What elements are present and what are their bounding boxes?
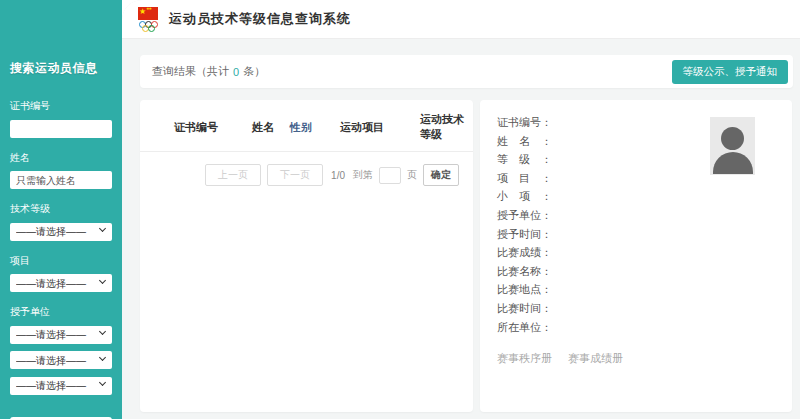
search-sidebar: 搜索运动员信息 证书编号 姓名 技术等级 ——请选择—— 项目 ——请选择—— …	[0, 0, 122, 419]
avatar	[710, 117, 755, 175]
detail-award-time: 授予时间：	[497, 225, 792, 244]
main-panel: ★ ★★ 运动员技术等级信息查询系统 查询结果（共计 0 条） 等级公示、授予通…	[122, 0, 800, 419]
grade-label: 技术等级	[10, 202, 112, 216]
detail-award-unit: 授予单位：	[497, 206, 792, 225]
page-unit-label: 页	[407, 168, 417, 182]
name-group: 姓名	[10, 151, 112, 190]
detail-competition-name: 比赛名称：	[497, 262, 792, 281]
project-label: 项目	[10, 254, 112, 268]
cert-number-input[interactable]	[10, 120, 112, 138]
goto-page-input[interactable]	[379, 167, 401, 184]
award-unit-label: 授予单位	[10, 305, 112, 319]
grade-select[interactable]: ——请选择——	[10, 223, 112, 241]
award-unit-group: 授予单位 ——请选择—— ——请选择—— ——请选择——	[10, 305, 112, 395]
next-page-button[interactable]: 下一页	[267, 164, 323, 186]
award-unit-select-1[interactable]: ——请选择——	[10, 326, 112, 344]
page-indicator: 1/0	[331, 170, 345, 181]
event-schedule-book-link[interactable]: 赛事秩序册	[497, 351, 552, 366]
event-book-links: 赛事秩序册 赛事成绩册	[497, 351, 792, 366]
project-select[interactable]: ——请选择——	[10, 274, 112, 292]
results-summary-bar: 查询结果（共计 0 条） 等级公示、授予通知	[140, 55, 793, 88]
detail-subitem: 小 项 ：	[497, 187, 792, 206]
page-title: 运动员技术等级信息查询系统	[169, 10, 351, 28]
flag-small-stars-icon: ★★	[146, 4, 151, 14]
summary-suffix: 条）	[243, 64, 265, 79]
detail-current-unit: 所在单位：	[497, 318, 792, 337]
table-header-row: 证书编号 姓名 性别 运动项目 运动技术等级	[140, 100, 473, 152]
athlete-detail-card: 证书编号： 姓 名 ： 等 级 ： 项 目 ： 小 项 ： 授予单位： 授予时间…	[480, 100, 792, 412]
detail-competition-score: 比赛成绩：	[497, 243, 792, 262]
cert-number-group: 证书编号	[10, 99, 112, 138]
sidebar-heading: 搜索运动员信息	[10, 60, 112, 77]
pagination: 上一页 下一页 1/0 到第 页 确定	[140, 152, 473, 186]
col-header-sport: 运动项目	[340, 120, 420, 135]
result-count: 0	[233, 66, 239, 78]
project-group: 项目 ——请选择——	[10, 254, 112, 293]
avatar-head-icon	[721, 127, 744, 150]
name-input[interactable]	[10, 171, 112, 189]
award-unit-select-2[interactable]: ——请选择——	[10, 351, 112, 369]
prev-page-button[interactable]: 上一页	[205, 164, 261, 186]
results-summary: 查询结果（共计 0 条）	[152, 64, 265, 79]
olympic-rings-icon	[139, 21, 157, 32]
cert-number-label: 证书编号	[10, 99, 112, 113]
col-header-sex[interactable]: 性别	[290, 120, 340, 135]
detail-competition-place: 比赛地点：	[497, 280, 792, 299]
avatar-torso-icon	[713, 152, 753, 174]
china-flag-icon: ★ ★★	[138, 7, 158, 20]
results-table-card: 证书编号 姓名 性别 运动项目 运动技术等级 上一页 下一页 1/0 到第 页 …	[140, 100, 473, 412]
detail-competition-time: 比赛时间：	[497, 299, 792, 318]
summary-prefix: 查询结果（共计	[152, 64, 229, 79]
col-header-grade: 运动技术等级	[420, 112, 473, 142]
goto-confirm-button[interactable]: 确定	[423, 164, 459, 186]
col-header-cert-number: 证书编号	[140, 120, 252, 135]
app-header: ★ ★★ 运动员技术等级信息查询系统	[122, 0, 800, 39]
name-label: 姓名	[10, 151, 112, 165]
grade-group: 技术等级 ——请选择——	[10, 202, 112, 241]
award-unit-select-3[interactable]: ——请选择——	[10, 377, 112, 395]
col-header-name: 姓名	[252, 120, 290, 135]
goto-page-prefix: 到第	[353, 168, 373, 182]
china-olympic-logo: ★ ★★	[137, 7, 159, 32]
grade-notice-button[interactable]: 等级公示、授予通知	[672, 60, 789, 84]
event-results-book-link[interactable]: 赛事成绩册	[568, 351, 623, 366]
